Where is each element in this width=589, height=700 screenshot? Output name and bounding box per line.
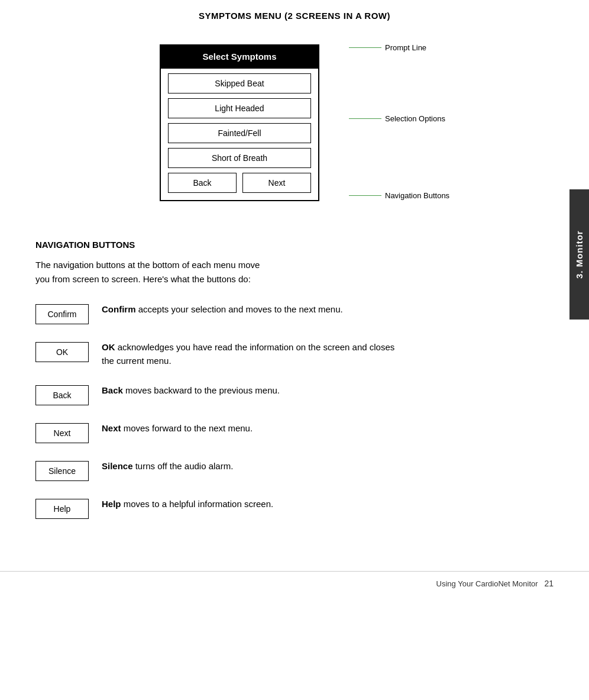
- next-description: Next moves forward to the next menu.: [102, 422, 253, 436]
- button-row-next: Next Next moves forward to the next menu…: [35, 422, 554, 443]
- next-button-label[interactable]: Next: [35, 423, 89, 443]
- annotation-prompt-line: Prompt Line: [349, 43, 426, 52]
- silence-description: Silence turns off the audio alarm.: [102, 460, 233, 473]
- back-description: Back moves backward to the previous menu…: [102, 384, 280, 398]
- back-button-label[interactable]: Back: [35, 385, 89, 405]
- confirm-description: Confirm accepts your selection and moves…: [102, 303, 343, 317]
- device-menu: Select Symptoms Skipped Beat Light Heade…: [160, 44, 319, 201]
- annotation-navigation-buttons: Navigation Buttons: [349, 191, 449, 200]
- nav-buttons-intro: The navigation buttons at the bottom of …: [35, 258, 272, 286]
- nav-buttons-title: NAVIGATION BUTTONS: [35, 240, 554, 250]
- menu-header: Select Symptoms: [161, 46, 318, 69]
- button-row-silence: Silence Silence turns off the audio alar…: [35, 460, 554, 481]
- menu-nav-row: Back Next: [168, 173, 311, 193]
- menu-option-fainted-fell: Fainted/Fell: [168, 123, 311, 143]
- ok-description: OK acknowledges you have read the inform…: [102, 341, 397, 367]
- silence-button-label[interactable]: Silence: [35, 461, 89, 481]
- footer-page: 21: [544, 579, 554, 588]
- button-row-help: Help Help moves to a helpful information…: [35, 498, 554, 519]
- button-row-back: Back Back moves backward to the previous…: [35, 384, 554, 405]
- side-tab: 3. Monitor: [569, 189, 589, 320]
- button-row-ok: OK OK acknowledges you have read the inf…: [35, 341, 554, 367]
- footer-text: Using Your CardioNet Monitor: [436, 579, 538, 588]
- menu-option-short-of-breath: Short of Breath: [168, 148, 311, 168]
- button-row-confirm: Confirm Confirm accepts your selection a…: [35, 303, 554, 324]
- footer: Using Your CardioNet Monitor 21: [0, 571, 589, 595]
- annotation-selection-options: Selection Options: [349, 114, 445, 123]
- page-title: SYMPTOMS MENU (2 SCREENS IN A ROW): [0, 0, 589, 27]
- help-button-label[interactable]: Help: [35, 499, 89, 519]
- ok-button-label[interactable]: OK: [35, 342, 89, 362]
- menu-option-light-headed: Light Headed: [168, 98, 311, 118]
- menu-back-btn[interactable]: Back: [168, 173, 237, 193]
- confirm-button-label[interactable]: Confirm: [35, 304, 89, 324]
- help-description: Help moves to a helpful information scre…: [102, 498, 273, 511]
- menu-next-btn[interactable]: Next: [242, 173, 311, 193]
- menu-option-skipped-beat: Skipped Beat: [168, 73, 311, 93]
- nav-buttons-section: NAVIGATION BUTTONS The navigation button…: [35, 240, 554, 519]
